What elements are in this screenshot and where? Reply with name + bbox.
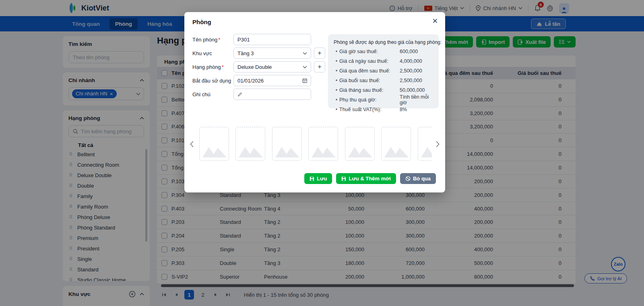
price-value: 50,000,000 (400, 87, 433, 93)
price-label: Giá tháng sau thuế: (339, 87, 400, 93)
image-placeholder[interactable] (272, 127, 302, 161)
image-placeholder[interactable] (345, 127, 375, 161)
pencil-icon (237, 92, 242, 97)
skip-button[interactable]: Bỏ qua (400, 173, 436, 184)
price-info-panel: Phòng sẽ được áp dụng theo giá của hạng … (328, 34, 439, 108)
price-label: Giá qua đêm sau thuế: (339, 68, 400, 74)
image-placeholder[interactable] (199, 127, 229, 161)
image-placeholder[interactable] (308, 127, 338, 161)
strip-prev-icon[interactable] (190, 141, 194, 147)
close-icon[interactable]: ✕ (432, 17, 438, 25)
price-info-row: • Giá tháng sau thuế: 50,000,000 (334, 85, 433, 95)
add-roomtype-button[interactable]: + (314, 61, 325, 72)
field-label-khu-vuc: Khu vực (192, 50, 233, 56)
image-placeholder[interactable] (381, 127, 411, 161)
start-date-input[interactable] (237, 78, 300, 84)
image-placeholder[interactable] (235, 127, 265, 161)
note-field[interactable] (233, 89, 311, 100)
modal-title: Phòng (192, 19, 211, 25)
start-date-field[interactable] (233, 75, 311, 86)
room-name-field[interactable] (233, 34, 311, 45)
room-name-input[interactable] (237, 37, 307, 43)
price-label: Thuế suất VAT(%): (339, 107, 400, 112)
save-icon (341, 176, 346, 181)
field-label-hang-phong: Hạng phòng* (192, 64, 233, 70)
room-modal: Phòng ✕ Tên phòng* Khu vực Tầng 3 + Hạng… (184, 12, 445, 192)
price-value: 8% (400, 107, 433, 112)
calendar-icon[interactable] (302, 78, 308, 83)
add-area-button[interactable]: + (314, 48, 325, 59)
price-info-row: • Giá giờ sau thuế: 600,000 (334, 47, 433, 56)
price-label: Giá cả ngày sau thuế: (339, 58, 400, 64)
field-label-ten-phong: Tên phòng* (192, 37, 233, 43)
strip-next-icon[interactable] (436, 141, 440, 147)
cancel-icon (405, 176, 411, 181)
price-info-row: • Giá cả ngày sau thuế: 4,000,000 (334, 56, 433, 66)
price-info-row: • Phụ thu quá giờ: Tính tiền mỗi giờ (334, 95, 433, 105)
note-input[interactable] (245, 91, 307, 97)
save-icon (310, 176, 314, 181)
price-info-row: • Giá qua đêm sau thuế: 2,500,000 (334, 66, 433, 76)
price-value: 4,000,000 (400, 58, 433, 64)
price-info-row: • Thuế suất VAT(%): 8% (334, 105, 433, 114)
price-value: 2,500,000 (400, 78, 433, 83)
image-upload-strip (199, 127, 432, 161)
price-value: 2,500,000 (400, 68, 433, 74)
app-root: KiotViet ! Hỗ trợ ★ Tiếng Việt Chi nhánh… (0, 0, 644, 306)
price-info-title: Phòng sẽ được áp dụng theo giá của hạng … (334, 39, 433, 45)
price-info-row: • Giá buổi sau thuế: 2,500,000 (334, 76, 433, 85)
price-label: Phụ thu quá giờ: (339, 97, 400, 103)
price-value: 600,000 (400, 49, 433, 54)
price-label: Giá buổi sau thuế: (339, 78, 400, 83)
save-and-new-button[interactable]: Lưu & Thêm mới (336, 173, 396, 184)
price-info-list: • Giá giờ sau thuế: 600,000 • Giá cả ngà… (334, 47, 433, 114)
area-select[interactable]: Tầng 3 (233, 48, 311, 59)
roomtype-select[interactable]: Deluxe Double (233, 61, 311, 72)
chevron-down-icon (303, 66, 307, 68)
field-label-bat-dau: Bắt đầu sử dụng (192, 78, 233, 84)
chevron-down-icon (303, 52, 307, 55)
image-placeholder[interactable] (418, 127, 432, 161)
save-button[interactable]: Lưu (304, 173, 332, 184)
price-label: Giá giờ sau thuế: (339, 49, 400, 54)
price-value: Tính tiền mỗi giờ (400, 94, 433, 105)
field-label-ghi-chu: Ghi chú (192, 91, 233, 97)
